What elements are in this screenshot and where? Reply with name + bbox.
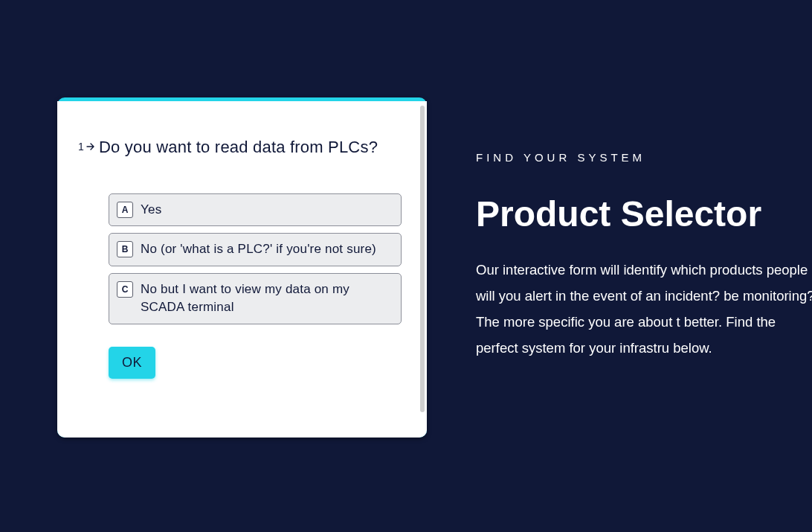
option-c[interactable]: C No but I want to view my data on my SC…: [109, 273, 402, 324]
option-key: C: [117, 281, 133, 298]
question-number-text: 1: [78, 141, 84, 153]
option-key: B: [117, 241, 133, 257]
info-column: FIND YOUR SYSTEM Product Selector Our in…: [476, 151, 812, 362]
headline-text: Product Selector: [476, 193, 812, 234]
question-row: 1 Do you want to read data from PLCs?: [78, 137, 402, 158]
option-key: A: [117, 202, 133, 218]
option-label: Yes: [141, 201, 161, 219]
option-b[interactable]: B No (or 'what is a PLC?' if you're not …: [109, 233, 402, 266]
form-card-body: 1 Do you want to read data from PLCs? A …: [57, 101, 427, 438]
option-a[interactable]: A Yes: [109, 193, 402, 227]
ok-button[interactable]: OK: [109, 347, 155, 379]
question-number: 1: [78, 141, 99, 153]
eyebrow-text: FIND YOUR SYSTEM: [476, 151, 812, 164]
arrow-right-icon: [86, 143, 95, 150]
option-label: No but I want to view my data on my SCAD…: [141, 281, 392, 317]
options-list: A Yes B No (or 'what is a PLC?' if you'r…: [109, 193, 402, 325]
scrollbar[interactable]: [420, 106, 425, 412]
question-text: Do you want to read data from PLCs?: [99, 137, 378, 158]
body-text: Our interactive form will identify which…: [476, 257, 812, 362]
option-label: No (or 'what is a PLC?' if you're not su…: [141, 240, 376, 259]
form-card: 1 Do you want to read data from PLCs? A …: [57, 97, 427, 438]
